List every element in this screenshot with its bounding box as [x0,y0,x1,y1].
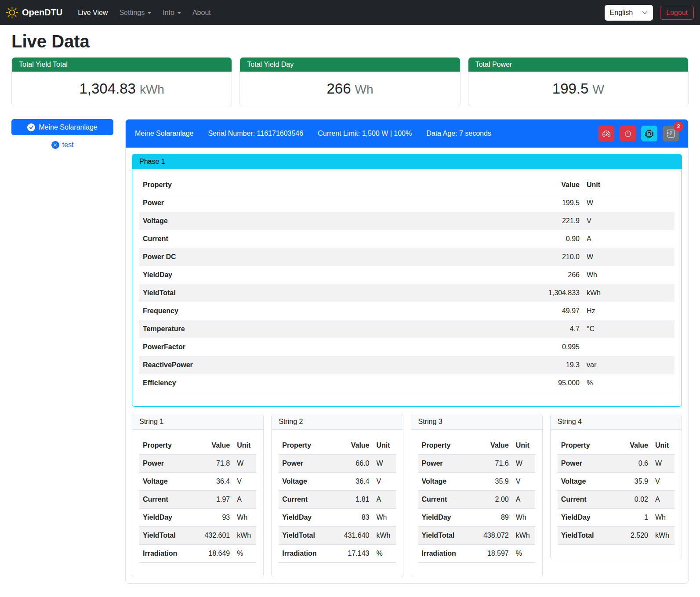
total-yield-day-value: 266 [326,80,351,97]
table-row: Current 0.90 A [139,230,675,248]
property-cell: YieldDay [418,509,477,527]
inverter-data-age: Data Age: 7 seconds [426,130,491,137]
property-cell: YieldDay [139,509,198,527]
unit-cell: Wh [652,509,675,527]
value-cell: 71.6 [477,455,512,473]
col-unit: Unit [583,176,675,194]
table-row: YieldDay 83 Wh [279,509,395,527]
property-cell: YieldTotal [139,284,535,302]
value-cell: 199.5 [535,194,583,212]
inverter-name: Meine Solaranlage [135,130,193,137]
unit-cell: % [233,545,256,563]
device-info-button[interactable] [641,126,657,141]
property-cell: Temperature [139,320,535,338]
col-unit: Unit [652,437,675,455]
value-cell: 4.7 [535,320,583,338]
chevron-down-icon [642,10,648,16]
table-row: YieldDay 89 Wh [418,509,535,527]
test-inverter-label: test [62,141,74,149]
value-cell: 2.520 [617,527,652,545]
col-property: Property [139,176,535,194]
unit-cell [583,338,675,356]
nav-info[interactable]: Info [157,5,187,20]
property-cell: Voltage [418,473,477,491]
property-cell: Voltage [558,473,617,491]
nav-live-view[interactable]: Live View [72,5,113,20]
value-cell: 1,304.833 [535,284,583,302]
unit-cell: W [652,455,675,473]
nav-settings[interactable]: Settings [113,5,157,20]
table-row: YieldDay 93 Wh [139,509,256,527]
unit-cell: V [233,473,256,491]
test-inverter-link[interactable]: test [11,141,113,149]
value-cell: 66.0 [338,455,373,473]
inverter-select-label: Meine Solaranlage [39,123,97,131]
nav-about[interactable]: About [187,5,217,20]
unit-cell: kWh [652,527,675,545]
table-row: Voltage 36.4 V [139,473,256,491]
property-cell: PowerFactor [139,338,535,356]
table-row: Irradiation 17.143 % [279,545,395,563]
phase-1-title: Phase 1 [132,154,682,169]
string-1-title: String 1 [132,414,263,430]
unit-cell: V [373,473,396,491]
inverter-serial: Serial Number: 116171603546 [208,130,303,137]
unit-cell: var [583,356,675,374]
table-row: Power 66.0 W [279,455,395,473]
brand-label: OpenDTU [22,7,62,18]
property-cell: Power [139,455,198,473]
table-row: Current 0.02 A [558,491,675,509]
phase-1-table: Property Value Unit Power [139,176,675,392]
string-2-title: String 2 [272,414,403,430]
brand[interactable]: OpenDTU [6,7,62,18]
value-cell: 83 [338,509,373,527]
string-2-table: Property Value Unit Power [279,437,395,563]
value-cell: 19.3 [535,356,583,374]
unit-cell: A [373,491,396,509]
event-log-button[interactable]: 2 [663,126,679,141]
string-2-card: String 2 Property Value Unit [271,414,403,577]
logout-button[interactable]: Logout [660,6,694,20]
col-value: Value [198,437,233,455]
property-cell: YieldDay [558,509,617,527]
value-cell: 18.597 [477,545,512,563]
property-cell: YieldTotal [418,527,477,545]
property-cell: YieldDay [279,509,337,527]
string-4-table: Property Value Unit Power [558,437,675,545]
col-unit: Unit [512,437,535,455]
unit-cell: °C [583,320,675,338]
total-yield-total-value: 1,304.83 [79,80,135,97]
value-cell: 36.4 [198,473,233,491]
unit-cell: Wh [512,509,535,527]
unit-cell: kWh [233,527,256,545]
value-cell: 0.995 [535,338,583,356]
table-row: Voltage 35.9 V [558,473,675,491]
table-row: YieldTotal 438.072 kWh [418,527,535,545]
value-cell: 49.97 [535,302,583,320]
unit-cell: V [583,212,675,230]
value-cell: 36.4 [338,473,373,491]
power-control-button[interactable] [620,126,636,141]
string-3-table: Property Value Unit Power [418,437,535,563]
x-circle-icon [51,141,59,149]
value-cell: 0.90 [535,230,583,248]
main-row: Meine Solaranlage test Meine Solaranlage… [11,119,689,584]
unit-cell: A [652,491,675,509]
chevron-down-icon [148,12,151,14]
value-cell: 210.0 [535,248,583,266]
card-total-yield-total: Total Yield Total 1,304.83kWh [11,57,232,106]
limit-settings-button[interactable] [598,126,614,141]
summary-row: Total Yield Total 1,304.83kWh Total Yiel… [11,57,689,106]
table-row: Power 0.6 W [558,455,675,473]
property-cell: Voltage [279,473,337,491]
navbar: OpenDTU Live View Settings Info About En… [0,0,700,25]
inverter-select-button[interactable]: Meine Solaranlage [11,119,113,135]
table-row: Power DC 210.0 W [139,248,675,266]
value-cell: 1.97 [198,491,233,509]
property-cell: Power [139,194,535,212]
page-container: Live Data Total Yield Total 1,304.83kWh … [11,32,689,596]
value-cell: 1.81 [338,491,373,509]
language-select[interactable]: English [605,5,653,21]
value-cell: 0.02 [617,491,652,509]
table-row: YieldTotal 431.640 kWh [279,527,395,545]
